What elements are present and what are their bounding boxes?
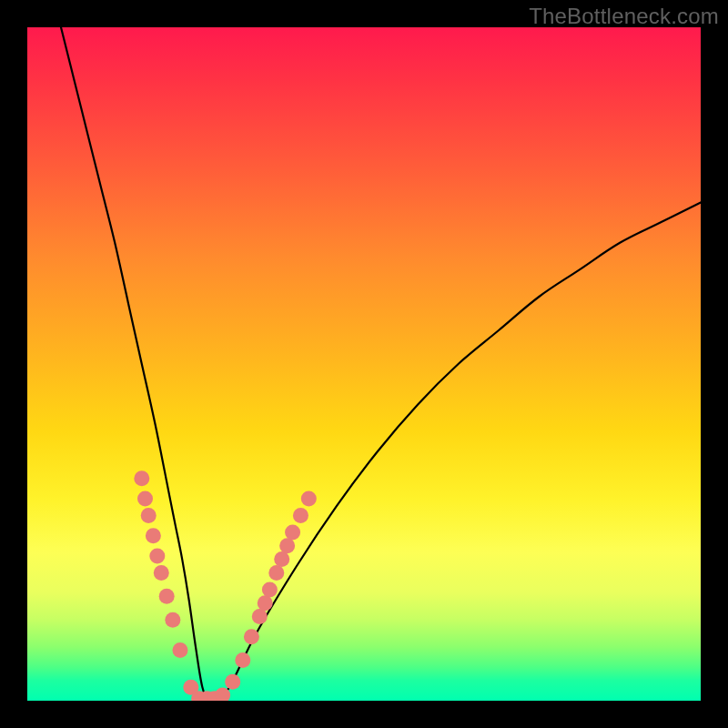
highlight-dot	[244, 629, 259, 644]
highlight-dot	[141, 508, 157, 523]
highlight-dot	[268, 565, 284, 581]
highlight-dot	[279, 538, 295, 553]
chart-frame: TheBottleneck.com	[0, 0, 728, 728]
highlight-dot	[262, 581, 278, 597]
highlight-dot	[146, 528, 161, 543]
highlight-dot	[235, 652, 250, 668]
highlight-dot	[301, 491, 317, 507]
highlight-dot	[134, 470, 149, 486]
highlight-dot	[165, 612, 180, 628]
highlight-dot	[172, 642, 187, 658]
highlight-dots	[134, 470, 317, 701]
chart-svg	[27, 27, 701, 701]
highlight-dot	[252, 609, 268, 624]
highlight-dot	[149, 548, 165, 563]
highlight-dot	[293, 508, 308, 523]
bottleneck-curve	[61, 27, 701, 701]
highlight-dot	[137, 491, 153, 507]
highlight-dot	[225, 674, 240, 690]
plot-area	[27, 27, 701, 701]
highlight-dot	[154, 565, 169, 581]
highlight-dot	[258, 595, 273, 611]
highlight-dot	[274, 551, 289, 567]
highlight-dot	[159, 589, 175, 604]
watermark-text: TheBottleneck.com	[529, 4, 719, 29]
highlight-dot	[285, 525, 300, 541]
